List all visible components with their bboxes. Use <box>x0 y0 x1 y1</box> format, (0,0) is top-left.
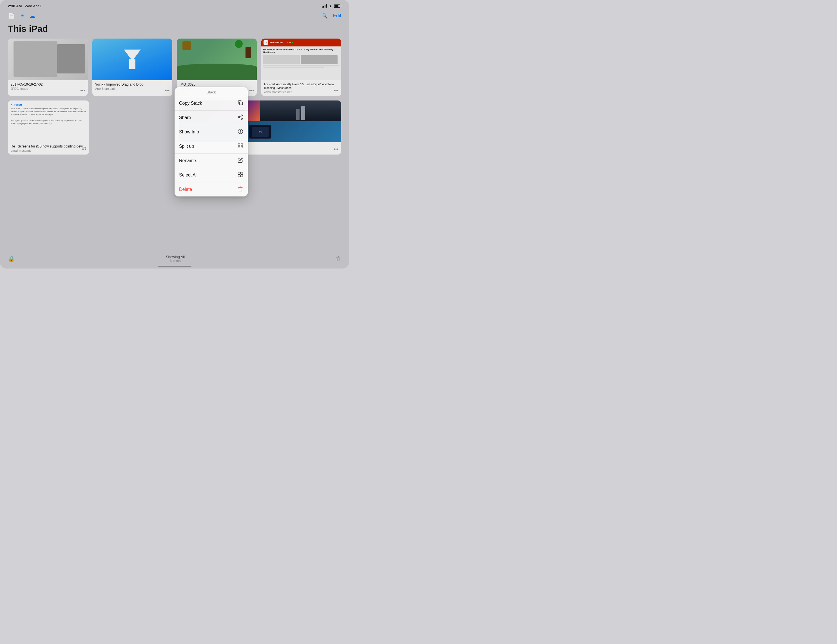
menu-item-split-up[interactable]: Split up <box>174 139 248 154</box>
menu-item-select-all[interactable]: Select All <box>174 168 248 182</box>
yoink-thumb <box>92 39 172 80</box>
menu-label-delete: Delete <box>179 187 192 192</box>
file-card-2[interactable]: Yoink - Improved Drag and Drop App Store… <box>92 39 172 96</box>
stack-more: ••• <box>334 147 338 152</box>
more-button-1[interactable]: ••• <box>80 88 85 93</box>
battery-tip <box>341 5 341 7</box>
file-name-2: Yoink - Improved Drag and Drop <box>95 82 169 87</box>
email-card[interactable]: Hi Fodor! 4.9.1 is out now and like I me… <box>8 100 89 154</box>
status-indicators: ▲ <box>322 4 341 8</box>
file-info-2: Yoink - Improved Drag and Drop App Store… <box>92 80 172 93</box>
more-button-4[interactable]: ••• <box>334 88 338 93</box>
macstories-header: G MacStories <box>261 39 341 46</box>
menu-item-share[interactable]: Share <box>174 111 248 125</box>
email-name: Re_ Screens for iOS now supports pointin… <box>11 144 86 148</box>
yoink-arrow-icon <box>124 49 141 69</box>
showing-label: Showing All <box>166 255 185 259</box>
jpeg1-thumb <box>8 39 88 80</box>
file-type-2: App Store Link <box>95 87 169 90</box>
page-title: This iPad <box>0 23 349 39</box>
file-type-4: www.macstories.net <box>264 90 338 94</box>
more-button-2[interactable]: ••• <box>165 88 169 93</box>
file-name-1: 2017-05-19-16-27-02 <box>11 82 85 87</box>
toolbar-left: 📄 + ☁ <box>8 12 35 19</box>
home-indicator <box>158 266 192 267</box>
file-thumb-4: G MacStories For iPad, Accessibility Giv… <box>261 39 341 80</box>
menu-label-rename: Rename... <box>179 158 200 163</box>
edit-button[interactable]: Edit <box>333 13 341 18</box>
tablet-logo: 🎮 <box>258 130 262 133</box>
copy-icon <box>238 100 243 107</box>
email-type: email message <box>11 149 86 152</box>
scene-element <box>182 41 191 50</box>
battery-fill <box>335 5 338 7</box>
cloud-icon[interactable]: ☁ <box>30 12 35 19</box>
file-info-4: For iPad, Accessibility Gives 'It's Just… <box>261 80 341 96</box>
macstories-site-name: MacStories <box>270 41 283 44</box>
svg-rect-10 <box>238 175 240 177</box>
menu-label-copy-stack: Copy Stack <box>179 101 202 106</box>
date-display: Wed Apr 1 <box>25 4 42 8</box>
context-menu: Stack Copy Stack Share Show Info <box>174 87 248 197</box>
macstories-content: For iPad, Accessibility Gives 'It's Just… <box>261 46 341 80</box>
wifi-icon: ▲ <box>328 4 332 8</box>
battery-body <box>334 5 340 8</box>
battery-icon <box>334 5 341 8</box>
search-button[interactable]: 🔍 <box>322 13 327 19</box>
info-icon <box>238 129 243 135</box>
menu-label-split-up: Split up <box>179 144 194 149</box>
article-line1 <box>263 65 340 66</box>
article-img2 <box>301 55 338 64</box>
empty-cell <box>94 100 174 154</box>
signal-bar-4 <box>326 4 327 8</box>
more-button-3[interactable]: ••• <box>249 88 254 93</box>
signal-bar-3 <box>325 5 325 8</box>
article-img1 <box>263 55 300 64</box>
signal-bar-1 <box>322 7 323 8</box>
file-info-1: 2017-05-19-16-27-02 JPEG image <box>8 80 88 93</box>
file-name-3: IMG_3626 <box>180 82 254 87</box>
signal-bar-2 <box>323 6 324 8</box>
bottom-center: Showing All 6 items <box>166 255 185 263</box>
more-button-email[interactable]: ••• <box>81 147 86 152</box>
tablet-device: 🎮 <box>249 125 271 139</box>
menu-item-show-info[interactable]: Show Info <box>174 125 248 139</box>
item-count: 6 items <box>166 259 185 263</box>
article-title: For iPad, Accessibility Gives 'It's Just… <box>263 48 340 54</box>
menu-label-select-all: Select All <box>179 172 198 178</box>
files-icon[interactable]: 📄 <box>8 12 15 19</box>
dot-group <box>287 42 293 43</box>
toolbar-right: 🔍 Edit <box>322 13 341 19</box>
delete-icon-bottom[interactable]: 🗑 <box>336 256 341 262</box>
macstories-thumb: G MacStories For iPad, Accessibility Giv… <box>261 39 341 80</box>
img3626-thumb <box>177 39 257 80</box>
file-card-4[interactable]: G MacStories For iPad, Accessibility Giv… <box>261 39 341 96</box>
file-thumb-3 <box>177 39 257 80</box>
status-bar: 2:38 AM Wed Apr 1 ▲ <box>0 0 349 10</box>
svg-rect-11 <box>241 175 243 177</box>
status-time-area: 2:38 AM Wed Apr 1 <box>8 3 42 8</box>
rename-icon <box>238 157 243 164</box>
tablet-screen: 🎮 <box>252 127 269 137</box>
file-type-1: JPEG image <box>11 87 85 90</box>
share-icon <box>238 114 243 121</box>
menu-item-delete[interactable]: Delete <box>174 182 248 197</box>
menu-item-copy-stack[interactable]: Copy Stack <box>174 96 248 111</box>
svg-rect-0 <box>240 102 243 105</box>
menu-item-rename[interactable]: Rename... <box>174 154 248 168</box>
svg-rect-6 <box>238 146 240 148</box>
lock-icon: 🔒 <box>8 255 15 262</box>
file-card-1[interactable]: 2017-05-19-16-27-02 JPEG image ••• <box>8 39 88 96</box>
more-button-stack[interactable]: ••• <box>334 147 338 151</box>
svg-rect-4 <box>238 144 240 146</box>
email-body: 4.9.1 is out now and like I mentioned ye… <box>11 107 86 125</box>
add-button[interactable]: + <box>21 13 24 19</box>
scene-element2 <box>246 47 251 58</box>
file-grid-row1: 2017-05-19-16-27-02 JPEG image ••• Yoink… <box>0 39 349 96</box>
time-display: 2:38 AM <box>8 4 22 8</box>
splitup-icon <box>238 143 243 150</box>
stack-img2 <box>260 100 341 121</box>
scene-tree <box>235 40 243 48</box>
email-thumb: Hi Fodor! 4.9.1 is out now and like I me… <box>8 100 89 142</box>
figure1 <box>296 109 300 120</box>
